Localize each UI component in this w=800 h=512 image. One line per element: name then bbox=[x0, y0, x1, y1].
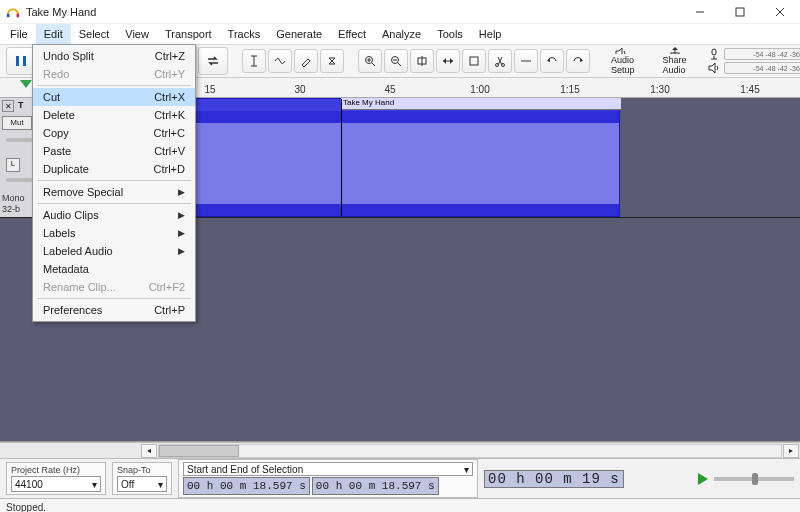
menu-analyze[interactable]: Analyze bbox=[374, 24, 429, 44]
scroll-right-button[interactable]: ▸ bbox=[783, 444, 799, 458]
split-line bbox=[341, 99, 342, 216]
menu-separator bbox=[37, 298, 191, 299]
project-rate-box: Project Rate (Hz) 44100▾ bbox=[6, 462, 106, 495]
submenu-arrow-icon: ▶ bbox=[178, 210, 185, 220]
zoom-toggle-button[interactable] bbox=[462, 49, 486, 73]
svg-marker-44 bbox=[709, 63, 715, 73]
edit-menu-item-undo-split[interactable]: Undo SplitCtrl+Z bbox=[33, 47, 195, 65]
menu-edit[interactable]: Edit bbox=[36, 24, 71, 44]
loop-button[interactable] bbox=[198, 47, 228, 75]
ruler-tick: 1:45 bbox=[740, 84, 759, 95]
horizontal-scrollbar[interactable]: ◂ ▸ bbox=[0, 442, 800, 458]
zoom-in-button[interactable] bbox=[358, 49, 382, 73]
undo-button[interactable] bbox=[540, 49, 564, 73]
svg-rect-6 bbox=[16, 56, 19, 66]
edit-menu-item-audio-clips[interactable]: Audio Clips▶ bbox=[33, 206, 195, 224]
edit-menu-item-copy[interactable]: CopyCtrl+C bbox=[33, 124, 195, 142]
silence-button[interactable] bbox=[514, 49, 538, 73]
share-audio-button[interactable]: Share Audio bbox=[656, 46, 694, 76]
submenu-arrow-icon: ▶ bbox=[178, 246, 185, 256]
project-rate-label: Project Rate (Hz) bbox=[11, 465, 101, 475]
audio-setup-button[interactable]: Audio Setup bbox=[604, 46, 642, 76]
edit-menu-item-labels[interactable]: Labels▶ bbox=[33, 224, 195, 242]
playback-speed-slider[interactable] bbox=[714, 477, 794, 481]
menu-help[interactable]: Help bbox=[471, 24, 510, 44]
draw-tool-button[interactable] bbox=[294, 49, 318, 73]
status-bar: Stopped. bbox=[0, 498, 800, 512]
menu-tracks[interactable]: Tracks bbox=[220, 24, 269, 44]
selection-mode-select[interactable]: Start and End of Selection▾ bbox=[183, 462, 473, 476]
svg-marker-40 bbox=[672, 47, 678, 50]
edit-menu-item-metadata[interactable]: Metadata bbox=[33, 260, 195, 278]
edit-menu-item-cut[interactable]: CutCtrl+X bbox=[33, 88, 195, 106]
recording-meter[interactable]: -54-48-42-36-30-24-18-12-6 bbox=[724, 48, 800, 60]
track-close-button[interactable]: ✕ bbox=[2, 100, 14, 112]
audio-setup-label: Audio Setup bbox=[611, 55, 635, 75]
window-maximize-button[interactable] bbox=[720, 0, 760, 24]
edit-menu-item-rename-clip-: Rename Clip...Ctrl+F2 bbox=[33, 278, 195, 296]
menu-separator bbox=[37, 203, 191, 204]
edit-menu-item-delete[interactable]: DeleteCtrl+K bbox=[33, 106, 195, 124]
snap-to-select[interactable]: Off▾ bbox=[117, 476, 167, 492]
play-at-speed-button[interactable] bbox=[698, 473, 708, 485]
mic-icon[interactable] bbox=[708, 48, 720, 60]
edit-menu-dropdown[interactable]: Undo SplitCtrl+ZRedoCtrl+YCutCtrl+XDelet… bbox=[32, 44, 196, 322]
menu-effect[interactable]: Effect bbox=[330, 24, 374, 44]
audio-clip[interactable]: Take My Hand bbox=[140, 98, 620, 217]
svg-rect-31 bbox=[470, 57, 478, 65]
mute-button[interactable]: Mut bbox=[2, 116, 32, 130]
ruler-tick: 30 bbox=[294, 84, 305, 95]
edit-menu-item-remove-special[interactable]: Remove Special▶ bbox=[33, 183, 195, 201]
menu-view[interactable]: View bbox=[117, 24, 157, 44]
window-close-button[interactable] bbox=[760, 0, 800, 24]
edit-menu-item-duplicate[interactable]: DuplicateCtrl+D bbox=[33, 160, 195, 178]
selection-end-time[interactable]: 00 h 00 m 18.597 s bbox=[312, 477, 439, 495]
edit-menu-item-preferences[interactable]: PreferencesCtrl+P bbox=[33, 301, 195, 319]
menu-generate[interactable]: Generate bbox=[268, 24, 330, 44]
share-audio-label: Share Audio bbox=[663, 55, 687, 75]
selection-box: Start and End of Selection▾ 00 h 00 m 18… bbox=[178, 459, 478, 498]
ruler-tick: 1:30 bbox=[650, 84, 669, 95]
scroll-thumb[interactable] bbox=[159, 445, 239, 457]
selection-tool-button[interactable] bbox=[242, 49, 266, 73]
svg-marker-35 bbox=[547, 58, 550, 62]
multi-tool-button[interactable] bbox=[320, 49, 344, 73]
selection-start-time[interactable]: 00 h 00 m 18.597 s bbox=[183, 477, 310, 495]
menu-transport[interactable]: Transport bbox=[157, 24, 220, 44]
speaker-gear-icon bbox=[615, 47, 631, 54]
menu-bar: FileEditSelectViewTransportTracksGenerat… bbox=[0, 24, 800, 44]
track-title: T bbox=[18, 100, 24, 110]
menu-file[interactable]: File bbox=[2, 24, 36, 44]
snap-to-label: Snap-To bbox=[117, 465, 167, 475]
fit-project-button[interactable] bbox=[436, 49, 460, 73]
scroll-left-button[interactable]: ◂ bbox=[141, 444, 157, 458]
fit-selection-button[interactable] bbox=[410, 49, 434, 73]
playhead-marker-icon[interactable] bbox=[20, 80, 32, 88]
svg-rect-1 bbox=[17, 13, 20, 17]
speaker-icon[interactable] bbox=[708, 62, 720, 74]
edit-menu-item-redo: RedoCtrl+Y bbox=[33, 65, 195, 83]
edit-menu-item-paste[interactable]: PasteCtrl+V bbox=[33, 142, 195, 160]
chevron-down-icon: ▾ bbox=[158, 479, 163, 490]
clip-title[interactable]: Take My Hand bbox=[341, 98, 621, 110]
chevron-down-icon: ▾ bbox=[464, 464, 469, 475]
track-waveform-area[interactable]: Take My Hand bbox=[140, 98, 800, 217]
scroll-track[interactable] bbox=[158, 444, 782, 458]
redo-button[interactable] bbox=[566, 49, 590, 73]
svg-point-33 bbox=[502, 64, 505, 67]
chevron-down-icon: ▾ bbox=[92, 479, 97, 490]
ruler-tick: 45 bbox=[384, 84, 395, 95]
edit-menu-item-labeled-audio[interactable]: Labeled Audio▶ bbox=[33, 242, 195, 260]
playback-meter[interactable]: -54-48-42-36-30-24-18-12-6 bbox=[724, 62, 800, 74]
window-minimize-button[interactable] bbox=[680, 0, 720, 24]
submenu-arrow-icon: ▶ bbox=[178, 228, 185, 238]
zoom-out-button[interactable] bbox=[384, 49, 408, 73]
menu-tools[interactable]: Tools bbox=[429, 24, 471, 44]
envelope-tool-button[interactable] bbox=[268, 49, 292, 73]
menu-select[interactable]: Select bbox=[71, 24, 118, 44]
trim-button[interactable] bbox=[488, 49, 512, 73]
project-rate-select[interactable]: 44100▾ bbox=[11, 476, 101, 492]
audio-position-display[interactable]: 00 h 00 m 19 s bbox=[484, 470, 624, 488]
svg-marker-30 bbox=[450, 58, 453, 64]
menu-separator bbox=[37, 85, 191, 86]
